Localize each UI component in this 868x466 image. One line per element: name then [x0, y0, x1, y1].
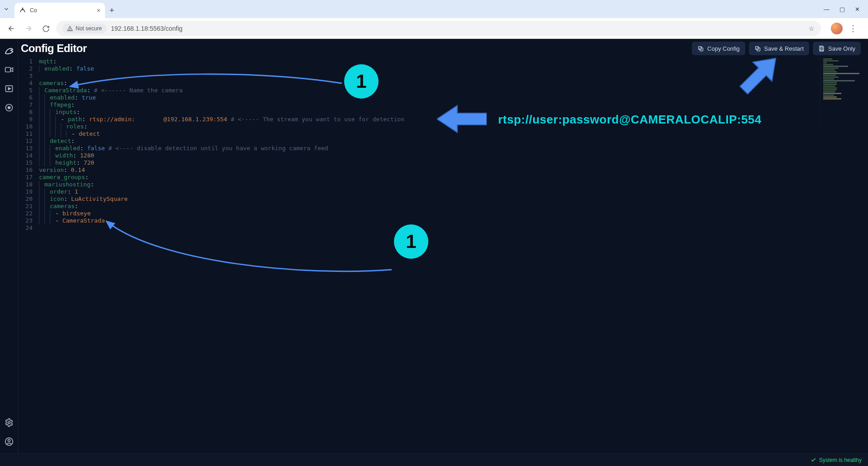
editor-line[interactable]: 3 — [18, 72, 868, 80]
editor-line[interactable]: 15height: 720 — [18, 159, 868, 166]
svg-point-3 — [70, 29, 70, 30]
chrome-menu-icon[interactable]: ⋮ — [849, 24, 857, 33]
window-minimize-icon[interactable]: — — [824, 6, 830, 13]
nav-back-button[interactable] — [5, 22, 18, 35]
line-number: 22 — [18, 210, 39, 217]
save-only-label: Save Only — [828, 45, 855, 52]
app-sidebar — [0, 39, 18, 453]
line-code[interactable]: mqtt: — [39, 58, 868, 65]
editor-line[interactable]: 17camera_groups: — [18, 174, 868, 181]
svg-point-9 — [8, 107, 10, 109]
editor-line[interactable]: 12detect: — [18, 138, 868, 145]
svg-rect-17 — [820, 46, 823, 47]
nav-forward-button[interactable] — [22, 22, 35, 35]
line-number: 11 — [18, 130, 39, 138]
line-number: 16 — [18, 166, 39, 174]
save-restart-button[interactable]: Save & Restart — [749, 42, 809, 55]
editor-line[interactable]: 1mqtt: — [18, 58, 868, 65]
line-number: 19 — [18, 188, 39, 195]
line-number: 23 — [18, 217, 39, 224]
line-code[interactable]: enabled: false — [39, 65, 868, 72]
line-code[interactable]: detect: — [39, 138, 868, 145]
line-code[interactable]: CameraStrada: # <------ Name the camera — [39, 87, 868, 94]
editor-line[interactable]: 19order: 1 — [18, 188, 868, 195]
line-code[interactable]: mariushosting: — [39, 181, 868, 188]
window-controls: — ▢ ✕ — [824, 0, 868, 18]
editor-line[interactable]: 2enabled: false — [18, 65, 868, 72]
sidebar-cameras-icon[interactable] — [4, 64, 14, 75]
app-logo-icon[interactable] — [4, 45, 14, 56]
line-number: 4 — [18, 80, 39, 87]
editor-line[interactable]: 10roles: — [18, 123, 868, 130]
window-close-icon[interactable]: ✕ — [855, 6, 860, 13]
line-code[interactable]: inputs: — [39, 109, 868, 116]
insecure-badge[interactable]: Not secure — [62, 24, 106, 33]
line-code[interactable]: version: 0.14 — [39, 166, 868, 174]
bookmark-star-icon[interactable]: ☆ — [809, 25, 815, 32]
editor-line[interactable]: 14width: 1280 — [18, 152, 868, 159]
editor-line[interactable]: 5CameraStrada: # <------ Name the camera — [18, 87, 868, 94]
line-code[interactable]: cameras: — [39, 80, 868, 87]
editor-line[interactable]: 6enabled: true — [18, 94, 868, 101]
app-frame: Config Editor Copy Config Save & Restart… — [0, 39, 868, 453]
svg-rect-18 — [820, 49, 823, 51]
window-maximize-icon[interactable]: ▢ — [839, 6, 845, 13]
page-title: Config Editor — [21, 42, 86, 55]
sidebar-recordings-icon[interactable] — [4, 83, 14, 94]
copy-config-button[interactable]: Copy Config — [692, 42, 745, 55]
line-number: 10 — [18, 123, 39, 130]
editor-line[interactable]: 13enabled: false # <---- disable detecti… — [18, 145, 868, 152]
editor-line[interactable]: 9- path: rtsp://admin: @192.168.1.239:55… — [18, 116, 868, 123]
profile-avatar-icon[interactable] — [831, 23, 843, 34]
editor-line[interactable]: 21cameras: — [18, 203, 868, 210]
sidebar-account-icon[interactable] — [4, 436, 14, 447]
new-tab-button[interactable]: + — [105, 3, 119, 18]
browser-chrome: Co × + — ▢ ✕ Not secure 192.168.1.18:556… — [0, 0, 868, 39]
line-code[interactable]: roles: — [39, 123, 868, 130]
svg-marker-7 — [8, 88, 10, 90]
line-number: 12 — [18, 138, 39, 145]
editor-line[interactable]: 23- CameraStrada — [18, 217, 868, 224]
editor-line[interactable]: 24 — [18, 224, 868, 232]
copy-config-label: Copy Config — [707, 45, 740, 52]
editor-line[interactable]: 11- detect — [18, 130, 868, 138]
line-code[interactable]: enabled: true — [39, 94, 868, 101]
editor-line[interactable]: 20icon: LuActivitySquare — [18, 195, 868, 203]
line-code[interactable]: icon: LuActivitySquare — [39, 195, 868, 203]
url-bar[interactable]: Not secure 192.168.1.18:5563/config ☆ — [56, 21, 821, 36]
nav-reload-button[interactable] — [39, 22, 53, 35]
line-number: 24 — [18, 224, 39, 232]
tab-title: Co — [30, 7, 37, 14]
line-number: 2 — [18, 65, 39, 72]
tab-close-icon[interactable]: × — [97, 7, 101, 14]
line-code[interactable] — [39, 72, 868, 80]
line-code[interactable]: - path: rtsp://admin: @192.168.1.239:554… — [39, 116, 868, 123]
editor-line[interactable]: 8inputs: — [18, 109, 868, 116]
code-editor[interactable]: 1mqtt:2enabled: false34cameras:5CameraSt… — [18, 58, 868, 453]
line-number: 1 — [18, 58, 39, 65]
line-code[interactable]: height: 720 — [39, 159, 868, 166]
line-code[interactable]: camera_groups: — [39, 174, 868, 181]
browser-tab[interactable]: Co × — [14, 3, 105, 18]
line-number: 9 — [18, 116, 39, 123]
editor-line[interactable]: 22- birdseye — [18, 210, 868, 217]
editor-line[interactable]: 18mariushosting: — [18, 181, 868, 188]
line-code[interactable]: ffmpeg: — [39, 101, 868, 109]
line-code[interactable]: cameras: — [39, 203, 868, 210]
editor-minimap[interactable] — [820, 58, 863, 130]
sidebar-export-icon[interactable] — [4, 102, 14, 113]
status-text: System is healthy — [819, 457, 862, 463]
tabs-dropdown-icon[interactable] — [0, 0, 13, 18]
editor-line[interactable]: 16version: 0.14 — [18, 166, 868, 174]
line-code[interactable]: enabled: false # <---- disable detection… — [39, 145, 868, 152]
line-code[interactable] — [39, 224, 868, 232]
line-code[interactable]: - CameraStrada — [39, 217, 868, 224]
line-code[interactable]: - detect — [39, 130, 868, 138]
editor-line[interactable]: 7ffmpeg: — [18, 101, 868, 109]
line-code[interactable]: order: 1 — [39, 188, 868, 195]
line-code[interactable]: width: 1280 — [39, 152, 868, 159]
editor-line[interactable]: 4cameras: — [18, 80, 868, 87]
sidebar-settings-icon[interactable] — [4, 417, 14, 428]
line-code[interactable]: - birdseye — [39, 210, 868, 217]
save-only-button[interactable]: Save Only — [813, 42, 861, 55]
